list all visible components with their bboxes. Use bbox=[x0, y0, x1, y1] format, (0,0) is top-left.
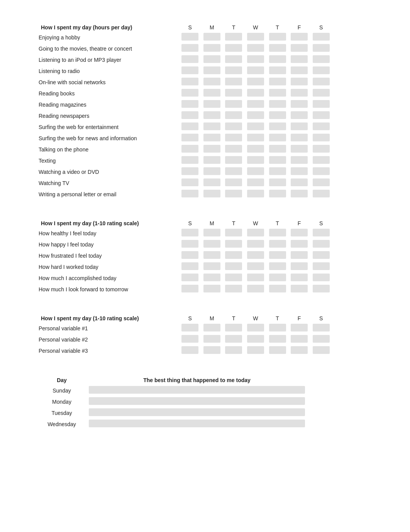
table2-cell[interactable] bbox=[201, 250, 223, 261]
table2-cell[interactable] bbox=[245, 272, 267, 284]
table3-cell[interactable] bbox=[179, 334, 201, 345]
table1-cell[interactable] bbox=[201, 166, 223, 177]
table2-cell[interactable] bbox=[179, 228, 201, 239]
table3-cell[interactable] bbox=[223, 345, 245, 356]
table1-cell[interactable] bbox=[179, 99, 201, 110]
table1-cell[interactable] bbox=[179, 54, 201, 65]
table2-cell[interactable] bbox=[179, 284, 201, 295]
best-thing-entry[interactable] bbox=[85, 407, 309, 418]
table3-cell[interactable] bbox=[201, 334, 223, 345]
table1-cell[interactable] bbox=[288, 43, 310, 54]
table3-cell[interactable] bbox=[288, 345, 310, 356]
table2-cell[interactable] bbox=[223, 250, 245, 261]
table2-cell[interactable] bbox=[310, 261, 332, 272]
table1-cell[interactable] bbox=[310, 133, 332, 144]
table1-cell[interactable] bbox=[288, 76, 310, 88]
table2-cell[interactable] bbox=[179, 272, 201, 284]
table1-cell[interactable] bbox=[223, 32, 245, 43]
table1-cell[interactable] bbox=[310, 110, 332, 121]
table2-cell[interactable] bbox=[288, 284, 310, 295]
table1-cell[interactable] bbox=[310, 54, 332, 65]
table1-cell[interactable] bbox=[201, 88, 223, 99]
table1-cell[interactable] bbox=[288, 144, 310, 155]
table3-cell[interactable] bbox=[266, 334, 288, 345]
best-thing-entry[interactable] bbox=[85, 385, 309, 396]
table1-cell[interactable] bbox=[223, 76, 245, 88]
table1-cell[interactable] bbox=[223, 133, 245, 144]
table1-cell[interactable] bbox=[245, 54, 267, 65]
table3-cell[interactable] bbox=[310, 323, 332, 334]
table1-cell[interactable] bbox=[266, 177, 288, 189]
table1-cell[interactable] bbox=[201, 32, 223, 43]
table3-cell[interactable] bbox=[179, 323, 201, 334]
table2-cell[interactable] bbox=[266, 228, 288, 239]
table2-cell[interactable] bbox=[223, 228, 245, 239]
table2-cell[interactable] bbox=[223, 239, 245, 250]
table1-cell[interactable] bbox=[223, 189, 245, 200]
table3-cell[interactable] bbox=[310, 345, 332, 356]
table1-cell[interactable] bbox=[288, 88, 310, 99]
table1-cell[interactable] bbox=[310, 144, 332, 155]
table1-cell[interactable] bbox=[223, 99, 245, 110]
table1-cell[interactable] bbox=[245, 76, 267, 88]
table3-cell[interactable] bbox=[266, 345, 288, 356]
table3-cell[interactable] bbox=[245, 345, 267, 356]
table1-cell[interactable] bbox=[266, 144, 288, 155]
table1-cell[interactable] bbox=[310, 177, 332, 189]
table1-cell[interactable] bbox=[245, 155, 267, 166]
table1-cell[interactable] bbox=[179, 65, 201, 76]
table1-cell[interactable] bbox=[223, 177, 245, 189]
table1-cell[interactable] bbox=[223, 43, 245, 54]
table1-cell[interactable] bbox=[266, 155, 288, 166]
table1-cell[interactable] bbox=[266, 76, 288, 88]
table1-cell[interactable] bbox=[266, 99, 288, 110]
table1-cell[interactable] bbox=[288, 166, 310, 177]
table2-cell[interactable] bbox=[310, 272, 332, 284]
table1-cell[interactable] bbox=[310, 65, 332, 76]
table1-cell[interactable] bbox=[201, 43, 223, 54]
table1-cell[interactable] bbox=[223, 121, 245, 133]
table2-cell[interactable] bbox=[310, 228, 332, 239]
table1-cell[interactable] bbox=[288, 65, 310, 76]
table1-cell[interactable] bbox=[288, 189, 310, 200]
table1-cell[interactable] bbox=[266, 54, 288, 65]
table1-cell[interactable] bbox=[288, 54, 310, 65]
table1-cell[interactable] bbox=[310, 121, 332, 133]
table1-cell[interactable] bbox=[310, 88, 332, 99]
table1-cell[interactable] bbox=[201, 189, 223, 200]
table2-cell[interactable] bbox=[266, 261, 288, 272]
table1-cell[interactable] bbox=[266, 189, 288, 200]
table1-cell[interactable] bbox=[201, 144, 223, 155]
table2-cell[interactable] bbox=[245, 261, 267, 272]
table1-cell[interactable] bbox=[245, 166, 267, 177]
table2-cell[interactable] bbox=[201, 261, 223, 272]
table2-cell[interactable] bbox=[179, 239, 201, 250]
table1-cell[interactable] bbox=[310, 99, 332, 110]
table1-cell[interactable] bbox=[288, 177, 310, 189]
table2-cell[interactable] bbox=[288, 239, 310, 250]
table1-cell[interactable] bbox=[266, 32, 288, 43]
table3-cell[interactable] bbox=[201, 323, 223, 334]
table2-cell[interactable] bbox=[266, 284, 288, 295]
table2-cell[interactable] bbox=[266, 239, 288, 250]
table1-cell[interactable] bbox=[179, 76, 201, 88]
table1-cell[interactable] bbox=[245, 43, 267, 54]
table2-cell[interactable] bbox=[266, 250, 288, 261]
table1-cell[interactable] bbox=[266, 110, 288, 121]
table3-cell[interactable] bbox=[245, 334, 267, 345]
table1-cell[interactable] bbox=[288, 121, 310, 133]
table1-cell[interactable] bbox=[179, 43, 201, 54]
table1-cell[interactable] bbox=[201, 99, 223, 110]
table1-cell[interactable] bbox=[201, 121, 223, 133]
table1-cell[interactable] bbox=[266, 121, 288, 133]
table1-cell[interactable] bbox=[245, 177, 267, 189]
table1-cell[interactable] bbox=[223, 144, 245, 155]
table1-cell[interactable] bbox=[288, 155, 310, 166]
table2-cell[interactable] bbox=[288, 272, 310, 284]
table1-cell[interactable] bbox=[288, 110, 310, 121]
table1-cell[interactable] bbox=[266, 166, 288, 177]
table1-cell[interactable] bbox=[288, 32, 310, 43]
table1-cell[interactable] bbox=[245, 88, 267, 99]
table1-cell[interactable] bbox=[179, 189, 201, 200]
table1-cell[interactable] bbox=[245, 32, 267, 43]
